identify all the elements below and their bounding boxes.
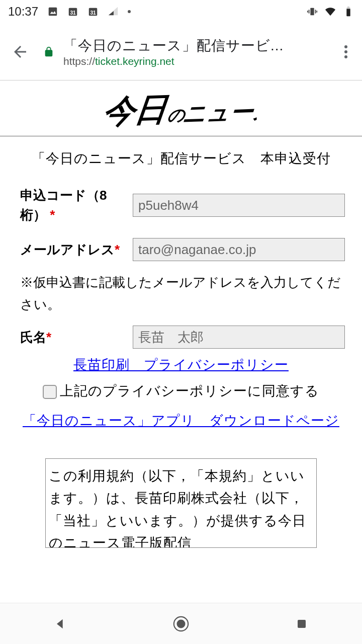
svg-rect-0 [49, 8, 57, 16]
name-input[interactable] [133, 326, 345, 349]
signal-icon [108, 6, 119, 17]
page-heading: 「今日のニュース」配信サービス 本申込受付 [0, 136, 362, 180]
svg-point-18 [344, 55, 347, 58]
calendar-icon-2: 31 [87, 6, 99, 17]
page-url: https://ticket.keyring.net [63, 55, 330, 67]
svg-rect-11 [307, 11, 308, 13]
email-input[interactable] [133, 238, 345, 261]
browser-bar: 「今日のニュース」配信サービ... https://ticket.keyring… [0, 23, 362, 80]
back-button[interactable] [10, 42, 30, 62]
privacy-link-row: 長苗印刷 プライバシーポリシー [0, 356, 362, 374]
download-link-row: 「今日のニュース」アプリ ダウンロードページ [0, 408, 362, 434]
svg-text:31: 31 [70, 10, 76, 16]
consent-row: 上記のプライバシーポリシーに同意する [0, 382, 362, 400]
consent-label: 上記のプライバシーポリシーに同意する [60, 383, 319, 398]
system-nav-bar [0, 603, 362, 644]
required-mark: * [115, 242, 120, 257]
nav-recent-button[interactable] [284, 611, 319, 636]
vibrate-icon [307, 6, 318, 17]
more-notifications-dot [128, 10, 131, 13]
svg-rect-10 [315, 10, 316, 13]
image-icon [47, 6, 58, 17]
svg-text:31: 31 [90, 10, 96, 16]
svg-point-24 [177, 619, 186, 628]
privacy-policy-link[interactable]: 長苗印刷 プライバシーポリシー [73, 357, 289, 372]
address-info[interactable]: 「今日のニュース」配信サービ... https://ticket.keyring… [63, 36, 330, 67]
required-mark: * [46, 330, 51, 345]
status-time: 10:37 [8, 5, 38, 19]
svg-rect-25 [298, 620, 306, 628]
svg-point-16 [344, 45, 347, 48]
lock-icon [42, 45, 55, 58]
svg-rect-12 [316, 11, 317, 13]
nav-back-button[interactable] [43, 611, 78, 636]
battery-icon [343, 6, 354, 17]
name-label: 氏名* [20, 328, 133, 347]
app-download-link[interactable]: 「今日のニュース」アプリ ダウンロードページ [23, 413, 339, 428]
svg-text:今日: 今日 [105, 92, 170, 130]
code-label: 申込コード（8桁） * [20, 186, 133, 225]
svg-rect-8 [310, 8, 314, 16]
svg-rect-14 [346, 9, 350, 17]
calendar-icon: 31 [67, 6, 78, 17]
email-note: ※仮申込書に記載したメールアドレスを入力してください。 [20, 271, 345, 315]
svg-rect-9 [309, 10, 310, 13]
wifi-icon [325, 6, 336, 17]
svg-rect-15 [347, 7, 349, 8]
code-input[interactable] [133, 194, 345, 217]
required-mark: * [50, 207, 55, 222]
signup-form: 申込コード（8桁） * メールアドレス* ※仮申込書に記載したメールアドレスを入… [0, 180, 362, 349]
svg-point-17 [344, 50, 347, 53]
terms-box[interactable]: この利用規約（以下，「本規約」といいます。）は、長苗印刷株式会社（以下，「当社」… [45, 458, 317, 548]
browser-menu-button[interactable] [336, 42, 356, 62]
consent-checkbox[interactable] [43, 385, 57, 399]
svg-text:ニュース: ニュース [182, 98, 257, 126]
svg-marker-22 [57, 619, 63, 628]
status-bar: 10:37 31 31 [0, 0, 362, 23]
page-title: 「今日のニュース」配信サービ... [63, 36, 330, 55]
nav-home-button[interactable] [163, 611, 199, 636]
logo: 今日 の ニュース [0, 80, 362, 136]
email-label: メールアドレス* [20, 240, 133, 260]
page-content: 今日 の ニュース 「今日のニュース」配信サービス 本申込受付 申込コード（8桁… [0, 80, 362, 548]
